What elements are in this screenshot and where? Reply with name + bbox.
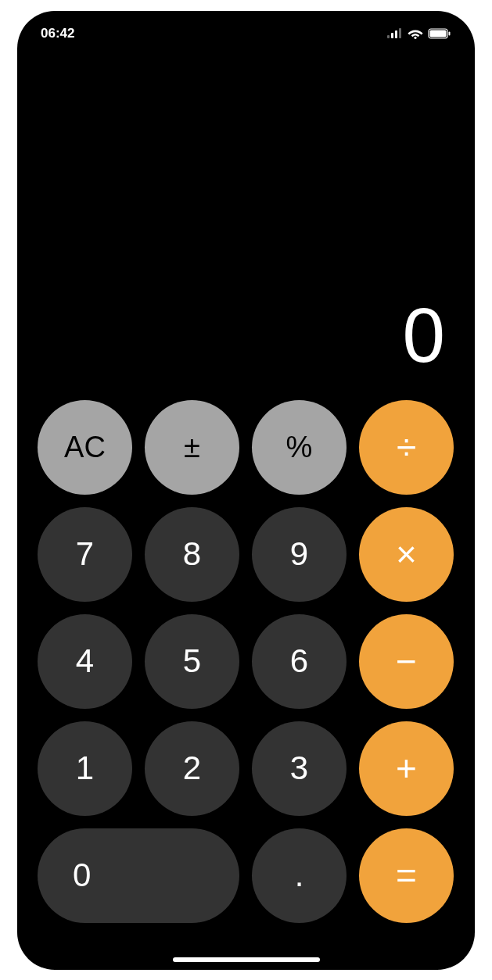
status-time: 06:42	[41, 26, 74, 41]
calculator-app: 06:42	[17, 11, 475, 970]
keypad-row: 7 8 9 ×	[38, 507, 454, 602]
digit-7-button[interactable]: 7	[38, 507, 132, 602]
home-indicator[interactable]	[173, 957, 320, 962]
digit-6-button[interactable]: 6	[252, 614, 347, 709]
digit-1-button[interactable]: 1	[38, 721, 132, 816]
divide-button[interactable]: ÷	[359, 400, 454, 495]
wifi-icon	[408, 28, 423, 39]
digit-0-button[interactable]: 0	[38, 828, 239, 923]
svg-rect-1	[391, 33, 393, 38]
svg-rect-6	[430, 30, 447, 37]
svg-rect-2	[395, 30, 397, 38]
decimal-button[interactable]: .	[252, 828, 347, 923]
status-bar: 06:42	[17, 14, 475, 53]
svg-point-4	[414, 36, 416, 38]
plus-button[interactable]: +	[359, 721, 454, 816]
cellular-signal-icon	[387, 28, 403, 38]
sign-button[interactable]: ±	[145, 400, 239, 495]
minus-button[interactable]: −	[359, 614, 454, 709]
multiply-button[interactable]: ×	[359, 507, 454, 602]
digit-5-button[interactable]: 5	[145, 614, 239, 709]
keypad: AC ± % ÷ 7 8 9 × 4 5 6 − 1 2 3 + 0 . =	[17, 400, 475, 970]
keypad-row: 1 2 3 +	[38, 721, 454, 816]
calculator-display: 0	[17, 53, 475, 400]
digit-2-button[interactable]: 2	[145, 721, 239, 816]
digit-9-button[interactable]: 9	[252, 507, 347, 602]
digit-3-button[interactable]: 3	[252, 721, 347, 816]
svg-rect-0	[387, 35, 390, 38]
keypad-row: AC ± % ÷	[38, 400, 454, 495]
svg-rect-3	[399, 28, 401, 38]
svg-rect-7	[449, 31, 451, 35]
clear-button[interactable]: AC	[38, 400, 132, 495]
equals-button[interactable]: =	[359, 828, 454, 923]
battery-icon	[428, 28, 451, 39]
digit-4-button[interactable]: 4	[38, 614, 132, 709]
status-indicators	[387, 28, 451, 39]
keypad-row: 0 . =	[38, 828, 454, 923]
keypad-row: 4 5 6 −	[38, 614, 454, 709]
percent-button[interactable]: %	[252, 400, 347, 495]
digit-8-button[interactable]: 8	[145, 507, 239, 602]
